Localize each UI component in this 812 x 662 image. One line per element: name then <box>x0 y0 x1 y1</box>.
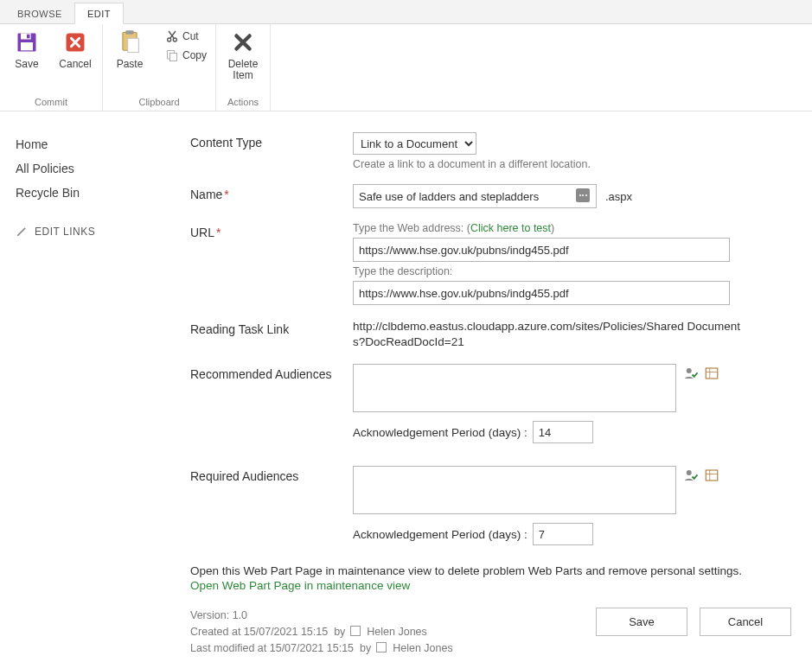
svg-rect-11 <box>169 53 176 60</box>
svg-point-8 <box>168 38 171 41</box>
ribbon-cancel-label: Cancel <box>59 59 91 70</box>
content-type-helper: Create a link to a document in a differe… <box>353 158 791 170</box>
name-label: Name* <box>190 184 353 201</box>
url-address-helper: Type the Web address: (Click here to tes… <box>353 222 791 234</box>
ribbon-save-label: Save <box>15 59 38 70</box>
req-ack-label: Acknowledgement Period (days) : <box>353 528 527 541</box>
browse-icon[interactable] <box>704 468 719 486</box>
ribbon-cut-label: Cut <box>182 30 199 42</box>
url-test-link[interactable]: Click here to test <box>470 222 551 234</box>
nav-recycle-bin[interactable]: Recycle Bin <box>16 181 190 205</box>
nav-edit-links-label: EDIT LINKS <box>35 226 95 238</box>
ribbon-group-commit-label: Commit <box>35 97 67 107</box>
ribbon-group-clipboard-label: Clipboard <box>138 97 179 107</box>
url-address-input[interactable] <box>353 238 730 262</box>
ribbon-group-clipboard: Paste Cut Copy Clipboard <box>103 24 216 111</box>
ribbon: Save Cancel Commit Paste <box>0 24 812 111</box>
url-desc-input[interactable] <box>353 281 730 305</box>
rec-ack-input[interactable] <box>533 421 593 443</box>
maintenance-text: Open this Web Part Page in maintenance v… <box>190 564 791 577</box>
ribbon-copy-button[interactable]: Copy <box>165 48 207 62</box>
left-nav: Home All Policies Recycle Bin EDIT LINKS <box>0 132 190 238</box>
svg-point-9 <box>173 38 176 41</box>
svg-rect-13 <box>706 368 718 379</box>
content-type-select[interactable]: Link to a Document <box>353 132 476 155</box>
nav-edit-links[interactable]: EDIT LINKS <box>16 226 190 238</box>
item-metadata: Version: 1.0 Created at 15/07/2021 15:15… <box>190 608 453 656</box>
svg-rect-6 <box>125 30 133 35</box>
check-names-icon[interactable] <box>683 366 699 384</box>
rec-ack-label: Acknowledgement Period (days) : <box>353 426 527 439</box>
url-desc-helper: Type the description: <box>353 265 791 277</box>
url-label: URL* <box>190 222 353 239</box>
ribbon-group-actions-label: Actions <box>227 97 259 107</box>
nav-home[interactable]: Home <box>16 132 190 156</box>
svg-rect-3 <box>21 42 33 50</box>
presence-icon <box>376 642 387 652</box>
ribbon-group-commit: Save Cancel Commit <box>0 24 103 111</box>
svg-rect-2 <box>27 35 30 39</box>
maintenance-link[interactable]: Open Web Part Page in maintenance view <box>190 579 410 592</box>
cancel-icon <box>62 29 88 55</box>
recommended-audiences-input[interactable] <box>353 364 676 412</box>
footer-cancel-button[interactable]: Cancel <box>700 608 791 636</box>
ribbon-delete-button[interactable]: Delete Item <box>225 29 261 80</box>
reading-task-value: http://clbdemo.eastus.cloudapp.azure.com… <box>353 319 751 350</box>
copy-icon <box>165 48 179 62</box>
content-type-label: Content Type <box>190 132 353 150</box>
pencil-icon <box>16 226 28 238</box>
required-audiences-label: Required Audiences <box>190 466 353 483</box>
edit-form: Content Type Link to a Document Create a… <box>190 132 812 657</box>
cut-icon <box>165 29 179 43</box>
ribbon-paste-label: Paste <box>117 59 144 70</box>
svg-point-16 <box>687 470 692 475</box>
svg-rect-7 <box>128 38 139 52</box>
ribbon-tabstrip: BROWSE EDIT <box>0 0 812 24</box>
name-input[interactable] <box>353 184 597 208</box>
ribbon-group-actions: Delete Item Actions <box>216 24 271 111</box>
reading-task-label: Reading Task Link <box>190 319 353 336</box>
ribbon-save-button[interactable]: Save <box>9 29 45 70</box>
check-names-icon[interactable] <box>683 468 699 486</box>
svg-rect-17 <box>706 470 718 481</box>
paste-icon <box>117 29 143 55</box>
save-icon <box>14 29 40 55</box>
browse-icon[interactable] <box>704 366 719 384</box>
tab-browse[interactable]: BROWSE <box>5 3 74 23</box>
recommended-audiences-label: Recommended Audiences <box>190 364 353 381</box>
ribbon-cancel-button[interactable]: Cancel <box>57 29 93 70</box>
ribbon-paste-button[interactable]: Paste <box>112 29 148 70</box>
footer-save-button[interactable]: Save <box>596 608 687 636</box>
presence-icon <box>350 626 361 636</box>
required-audiences-input[interactable] <box>353 466 676 514</box>
req-ack-input[interactable] <box>533 523 593 545</box>
ribbon-copy-label: Copy <box>182 49 207 61</box>
delete-icon <box>230 29 256 55</box>
name-extension: .aspx <box>605 190 632 203</box>
tab-edit[interactable]: EDIT <box>74 3 124 24</box>
svg-point-12 <box>687 368 692 373</box>
ribbon-cut-button[interactable]: Cut <box>165 29 207 43</box>
nav-all-policies[interactable]: All Policies <box>16 156 190 181</box>
ellipsis-icon[interactable] <box>576 188 590 202</box>
ribbon-delete-label: Delete Item <box>228 59 259 80</box>
